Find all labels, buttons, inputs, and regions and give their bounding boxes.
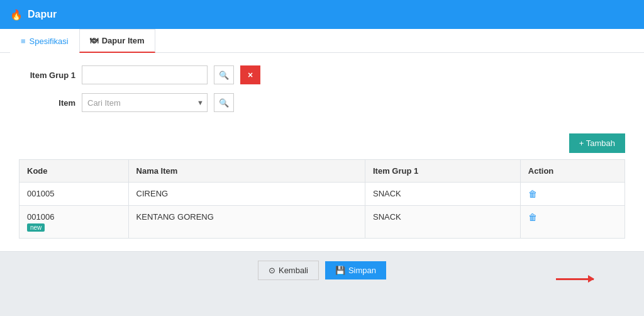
kembali-label: Kembali xyxy=(279,266,308,275)
tambah-button[interactable]: + Tambah xyxy=(569,133,625,153)
item-row: Item Cari Item ▼ 🔍 xyxy=(19,93,625,112)
item-search-button[interactable]: 🔍 xyxy=(214,93,234,112)
delete-button[interactable]: 🗑 xyxy=(528,212,537,222)
kembali-button[interactable]: ⊙ Kembali xyxy=(258,261,319,280)
tab-dapur-item[interactable]: 🍽 Dapur Item xyxy=(79,29,155,53)
kode-value: 001005 xyxy=(27,189,54,198)
save-icon: 💾 xyxy=(335,266,345,275)
items-table: Kode Nama Item Item Grup 1 Action 001005… xyxy=(19,159,625,239)
col-action: Action xyxy=(520,160,625,183)
tab-dapur-item-label: Dapur Item xyxy=(102,36,145,45)
back-icon: ⊙ xyxy=(269,266,275,275)
new-badge: new xyxy=(27,223,45,232)
tab-bar: ≡ Spesifikasi 🍽 Dapur Item xyxy=(0,29,644,53)
search-icon: 🔍 xyxy=(219,71,229,80)
dapur-icon: 🔥 xyxy=(10,9,23,21)
table-row: 001006newKENTANG GORENGSNACK🗑 xyxy=(19,206,625,239)
item-select[interactable]: Cari Item xyxy=(82,93,208,112)
close-icon: × xyxy=(248,70,253,80)
cell-nama-item: KENTANG GORENG xyxy=(128,206,365,239)
item-grup-search-button[interactable]: 🔍 xyxy=(214,65,234,84)
dapur-item-icon: 🍽 xyxy=(90,36,98,45)
item-grup-input[interactable] xyxy=(82,65,208,84)
search-icon: 🔍 xyxy=(219,98,229,108)
red-arrow-indicator xyxy=(556,278,594,280)
col-kode: Kode xyxy=(19,160,129,183)
item-grup-label: Item Grup 1 xyxy=(19,71,75,80)
spesifikasi-icon: ≡ xyxy=(21,37,26,46)
col-nama-item: Nama Item xyxy=(128,160,365,183)
tab-spesifikasi-label: Spesifikasi xyxy=(30,37,69,46)
table-section: Kode Nama Item Item Grup 1 Action 001005… xyxy=(0,159,644,251)
kode-value: 001006 xyxy=(27,212,54,222)
app-header: 🔥 Dapur xyxy=(0,0,644,29)
cell-item-grup: SNACK xyxy=(365,183,520,206)
form-section: Item Grup 1 🔍 × Item Cari Item ▼ 🔍 xyxy=(0,53,644,133)
simpan-label: Simpan xyxy=(348,266,376,275)
col-item-grup: Item Grup 1 xyxy=(365,160,520,183)
item-select-wrapper: Cari Item ▼ xyxy=(82,93,208,112)
delete-button[interactable]: 🗑 xyxy=(528,189,537,199)
simpan-button[interactable]: 💾 Simpan xyxy=(325,261,386,279)
tambah-container: + Tambah xyxy=(0,133,644,159)
cell-action: 🗑 xyxy=(520,206,625,239)
cell-nama-item: CIRENG xyxy=(128,183,365,206)
cell-kode: 001005 xyxy=(19,183,129,206)
item-grup-clear-button[interactable]: × xyxy=(240,65,260,84)
table-header-row: Kode Nama Item Item Grup 1 Action xyxy=(19,160,625,183)
cell-kode: 001006new xyxy=(19,206,129,239)
table-row: 001005CIRENGSNACK🗑 xyxy=(19,183,625,206)
item-label: Item xyxy=(19,98,75,108)
cell-item-grup: SNACK xyxy=(365,206,520,239)
page-footer: ⊙ Kembali 💾 Simpan xyxy=(0,251,644,289)
cell-action: 🗑 xyxy=(520,183,625,206)
item-grup-row: Item Grup 1 🔍 × xyxy=(19,65,625,84)
app-title: Dapur xyxy=(28,9,57,20)
tab-spesifikasi[interactable]: ≡ Spesifikasi xyxy=(10,29,79,53)
